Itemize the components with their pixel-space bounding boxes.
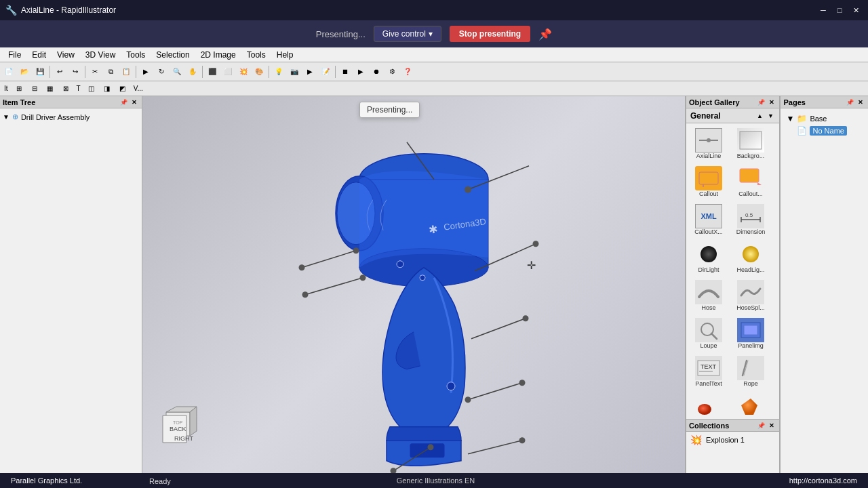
menu-view[interactable]: View	[52, 49, 80, 61]
tree-root-item[interactable]: ▼ ⊕ Drill Driver Assembly	[3, 111, 139, 123]
gallery-item-headlight[interactable]: HeadLig...	[731, 240, 770, 275]
gallery-item-red2[interactable]	[731, 392, 770, 419]
tb-annotation[interactable]: 📝	[318, 64, 333, 79]
gallery-item-rope[interactable]: Rope	[731, 354, 770, 389]
title-bar-controls: ─ □ ✕	[816, 3, 863, 17]
give-control-button[interactable]: Give control ▾	[374, 26, 441, 42]
gallery-scroll-area[interactable]: AxialLine Backgro...	[686, 123, 779, 419]
tb-object[interactable]: ⬛	[205, 64, 220, 79]
tb-render[interactable]: 🎨	[252, 64, 267, 79]
gallery-item-paneling[interactable]: Panelimg	[731, 316, 770, 351]
stop-presenting-button[interactable]: Stop presenting	[450, 26, 530, 42]
gallery-thumb-red1	[695, 394, 722, 418]
maximize-button[interactable]: □	[833, 3, 846, 17]
tb-animation[interactable]: ▶	[302, 64, 317, 79]
menu-selection[interactable]: Selection	[151, 49, 195, 61]
collection-item-explosion1[interactable]: 💥 Explosion 1	[686, 432, 779, 448]
chevron-down-icon: ▾	[429, 29, 433, 39]
tb2-label-t: T	[74, 85, 83, 92]
menu-help[interactable]: Help	[271, 49, 299, 61]
tb-rec[interactable]: ⏺	[369, 64, 384, 79]
tb-camera[interactable]: 📷	[287, 64, 302, 79]
tb-group[interactable]: ⬜	[220, 64, 235, 79]
tb2-btn5[interactable]: ◫	[84, 81, 99, 96]
pages-pin-btn[interactable]: 📌	[845, 98, 854, 107]
gallery-label-loupe: Loupe	[700, 342, 717, 349]
tb-new[interactable]: 📄	[1, 64, 16, 79]
col-close-btn[interactable]: ✕	[767, 421, 776, 430]
menu-tools[interactable]: Tools	[121, 49, 151, 61]
tb2-btn2[interactable]: ⊟	[27, 81, 42, 96]
gallery-item-red1[interactable]	[689, 392, 728, 419]
gallery-item-callout2[interactable]: Callout...	[731, 164, 770, 199]
gallery-item-dimension[interactable]: 0.5 Dimension	[731, 202, 770, 237]
tb2-btn3[interactable]: ▦	[43, 81, 58, 96]
tb-paste[interactable]: 📋	[119, 64, 134, 79]
tb-cut[interactable]: ✂	[87, 64, 102, 79]
gallery-collapse-btn[interactable]: ▲	[755, 111, 764, 121]
panel-pin-btn[interactable]: 📌	[119, 98, 128, 107]
tb-save[interactable]: 💾	[33, 64, 47, 79]
menu-edit[interactable]: Edit	[26, 49, 52, 61]
tb-copy[interactable]: ⧉	[103, 64, 118, 79]
col-pin-btn[interactable]: 📌	[756, 421, 766, 430]
orientation-cube[interactable]: BACK RIGHT TOP	[153, 405, 200, 453]
tb-select[interactable]: ▶	[138, 64, 153, 79]
gallery-item-background[interactable]: Backgro...	[731, 126, 770, 161]
tb-settings[interactable]: ⚙	[384, 64, 399, 79]
tb-zoom[interactable]: 🔍	[170, 64, 184, 79]
tb2-btn1[interactable]: ⊞	[12, 81, 26, 96]
tb-rotate[interactable]: ↻	[154, 64, 169, 79]
tb-open[interactable]: 📂	[17, 64, 32, 79]
gallery-label-dimension: Dimension	[736, 228, 766, 235]
menu-tools2[interactable]: Tools	[241, 49, 271, 61]
tb-help[interactable]: ❓	[400, 64, 415, 79]
pages-header-controls: 📌 ✕	[845, 98, 865, 107]
og-pin-btn[interactable]: 📌	[756, 98, 766, 107]
cursor: ✛	[527, 259, 536, 272]
gallery-item-xml[interactable]: XML CalloutX...	[689, 202, 728, 237]
gallery-scroll-down[interactable]: ▼	[766, 111, 775, 121]
gallery-item-callout[interactable]: Callout	[689, 164, 728, 199]
svg-rect-42	[699, 172, 718, 184]
menu-file[interactable]: File	[3, 49, 26, 61]
tb2-btn6[interactable]: ◨	[100, 81, 115, 96]
tb2-btn4[interactable]: ⊠	[58, 81, 73, 96]
gallery-item-axialline[interactable]: AxialLine	[689, 126, 728, 161]
panel-close-btn[interactable]: ✕	[130, 98, 139, 107]
minimize-button[interactable]: ─	[816, 3, 830, 17]
gallery-item-paneltext[interactable]: TEXT PanelText	[689, 354, 728, 389]
close-button[interactable]: ✕	[849, 3, 863, 17]
tb-explode[interactable]: 💥	[236, 64, 251, 79]
gallery-item-loupe[interactable]: Loupe	[689, 316, 728, 351]
object-gallery-panel: Object Gallery 📌 ✕ General ▲ ▼	[686, 96, 780, 473]
tb2-label-it: It	[1, 85, 11, 92]
tb-undo[interactable]: ↩	[52, 64, 67, 79]
tb-play[interactable]: ▶	[353, 64, 368, 79]
tb-light[interactable]: 💡	[271, 64, 286, 79]
tb-pan[interactable]: ✋	[185, 64, 200, 79]
gallery-item-dirlight[interactable]: DirLight	[689, 240, 728, 275]
gallery-item-hose[interactable]: Hose	[689, 278, 728, 313]
tb-redo[interactable]: ↪	[68, 64, 83, 79]
gallery-item-hosespl[interactable]: HoseSpl...	[731, 278, 770, 313]
status-text: Ready	[149, 477, 171, 485]
svg-point-26	[519, 380, 526, 386]
tb-stop[interactable]: ⏹	[338, 64, 353, 79]
status-bar: Parallel Graphics Ltd. Ready Generic Ill…	[0, 473, 868, 488]
pin-icon[interactable]: 📌	[538, 28, 552, 41]
item-tree-panel: Item Tree 📌 ✕ ▼ ⊕ Drill Driver Assembly	[0, 96, 142, 473]
object-gallery-header: Object Gallery 📌 ✕	[686, 96, 779, 108]
tb2-btn7[interactable]: ◩	[115, 81, 130, 96]
panel-header-controls: 📌 ✕	[119, 98, 139, 107]
canvas-area[interactable]: Presenting...	[142, 96, 685, 473]
tree-root-label: Drill Driver Assembly	[21, 113, 90, 121]
svg-text:BACK: BACK	[170, 426, 186, 432]
svg-marker-60	[741, 399, 757, 415]
og-close-btn[interactable]: ✕	[767, 98, 776, 107]
pages-close-btn[interactable]: ✕	[856, 98, 865, 107]
title-bar: 🔧 AxialLine - RapidIllustrator ─ □ ✕	[0, 0, 868, 20]
pages-item-noname[interactable]: 📄 No Name	[795, 125, 864, 137]
menu-3dview[interactable]: 3D View	[80, 49, 121, 61]
menu-2dimage[interactable]: 2D Image	[195, 49, 241, 61]
